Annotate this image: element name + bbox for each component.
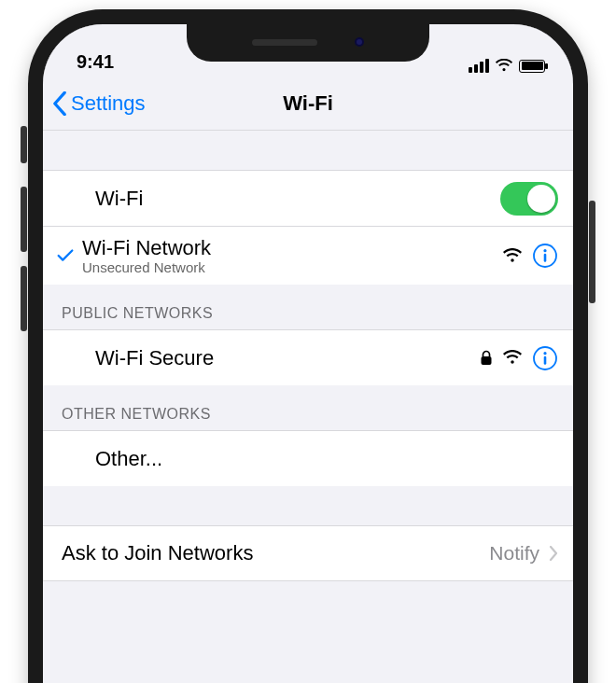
network-row[interactable]: Wi-Fi Secure [43,329,573,385]
section-header-public: PUBLIC NETWORKS [43,285,573,329]
lock-icon [480,350,493,367]
svg-point-1 [543,249,546,252]
other-network-row[interactable]: Other... [43,430,573,486]
cellular-signal-icon [469,59,489,73]
nav-bar: Settings Wi-Fi [43,77,573,131]
wifi-signal-icon [502,350,523,366]
chevron-left-icon [52,91,67,116]
front-camera [355,37,364,47]
other-label: Other... [95,447,558,471]
notch [187,24,429,62]
chevron-right-icon [549,546,558,561]
svg-rect-2 [544,254,547,262]
back-label: Settings [71,91,146,116]
speaker-grille [252,39,317,46]
connected-network-row[interactable]: Wi-Fi Network Unsecured Network [43,226,573,285]
phone-volume-up [21,187,27,252]
phone-frame: 9:41 Settings Wi-Fi [28,9,588,683]
svg-rect-6 [544,355,547,364]
checkmark-icon [49,245,82,266]
phone-volume-down [21,266,27,331]
wifi-status-icon [495,59,513,73]
wifi-toggle-label: Wi-Fi [95,187,500,211]
battery-icon [519,60,545,73]
page-title: Wi-Fi [283,91,333,116]
svg-point-5 [543,352,546,355]
section-header-other: OTHER NETWORKS [43,385,573,430]
ask-to-join-row[interactable]: Ask to Join Networks Notify [43,525,573,581]
info-button[interactable] [532,345,558,371]
screen: 9:41 Settings Wi-Fi [43,24,573,683]
wifi-signal-icon [502,248,523,264]
back-button[interactable]: Settings [52,77,146,130]
network-subtitle: Unsecured Network [82,259,502,275]
status-time: 9:41 [77,51,114,73]
phone-mute-switch [21,126,27,163]
wifi-toggle-row: Wi-Fi [43,170,573,226]
network-name: Wi-Fi Secure [95,346,480,370]
ask-to-join-value: Notify [489,542,539,565]
phone-side-button [589,201,595,303]
network-name: Wi-Fi Network [82,236,502,260]
ask-to-join-label: Ask to Join Networks [62,541,489,565]
svg-rect-3 [482,356,492,365]
info-button[interactable] [532,243,558,269]
wifi-toggle[interactable] [500,182,558,216]
